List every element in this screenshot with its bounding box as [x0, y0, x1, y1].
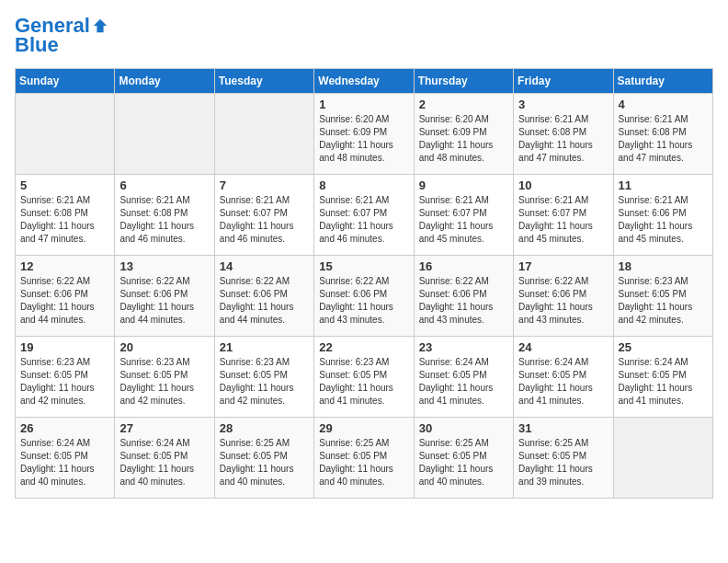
- weekday-header: Wednesday: [314, 69, 414, 94]
- day-info: Sunrise: 6:22 AM Sunset: 6:06 PM Dayligh…: [20, 275, 109, 327]
- calendar-cell: 1Sunrise: 6:20 AM Sunset: 6:09 PM Daylig…: [314, 94, 414, 175]
- calendar-cell: 7Sunrise: 6:21 AM Sunset: 6:07 PM Daylig…: [214, 175, 313, 256]
- day-info: Sunrise: 6:23 AM Sunset: 6:05 PM Dayligh…: [20, 356, 109, 408]
- day-info: Sunrise: 6:23 AM Sunset: 6:05 PM Dayligh…: [220, 356, 309, 408]
- day-number: 10: [518, 178, 608, 192]
- day-info: Sunrise: 6:21 AM Sunset: 6:07 PM Dayligh…: [220, 194, 309, 246]
- day-info: Sunrise: 6:23 AM Sunset: 6:05 PM Dayligh…: [619, 275, 708, 327]
- day-info: Sunrise: 6:22 AM Sunset: 6:06 PM Dayligh…: [419, 275, 508, 327]
- calendar-week-row: 5Sunrise: 6:21 AM Sunset: 6:08 PM Daylig…: [16, 175, 713, 256]
- day-number: 13: [119, 259, 209, 273]
- day-number: 3: [518, 98, 608, 111]
- day-info: Sunrise: 6:21 AM Sunset: 6:06 PM Dayligh…: [619, 194, 708, 246]
- calendar-cell: 28Sunrise: 6:25 AM Sunset: 6:05 PM Dayli…: [214, 418, 313, 499]
- day-info: Sunrise: 6:24 AM Sunset: 6:05 PM Dayligh…: [518, 356, 608, 408]
- day-info: Sunrise: 6:21 AM Sunset: 6:07 PM Dayligh…: [419, 194, 508, 246]
- page-header: General Blue: [15, 15, 713, 57]
- day-info: Sunrise: 6:23 AM Sunset: 6:05 PM Dayligh…: [319, 356, 408, 408]
- calendar-cell: [115, 94, 214, 175]
- day-number: 29: [319, 421, 408, 435]
- calendar-cell: 21Sunrise: 6:23 AM Sunset: 6:05 PM Dayli…: [214, 337, 313, 418]
- calendar-cell: 24Sunrise: 6:24 AM Sunset: 6:05 PM Dayli…: [514, 337, 613, 418]
- weekday-header: Sunday: [16, 69, 115, 94]
- day-number: 21: [220, 340, 309, 354]
- day-number: 12: [20, 259, 109, 273]
- calendar-cell: 25Sunrise: 6:24 AM Sunset: 6:05 PM Dayli…: [613, 337, 712, 418]
- weekday-header: Thursday: [414, 69, 513, 94]
- day-number: 25: [619, 340, 708, 354]
- calendar-body: 1Sunrise: 6:20 AM Sunset: 6:09 PM Daylig…: [16, 94, 713, 499]
- logo-icon: [92, 17, 108, 34]
- day-info: Sunrise: 6:21 AM Sunset: 6:07 PM Dayligh…: [518, 194, 608, 246]
- calendar-cell: 14Sunrise: 6:22 AM Sunset: 6:06 PM Dayli…: [214, 256, 313, 337]
- calendar-cell: [214, 94, 313, 175]
- calendar-cell: 23Sunrise: 6:24 AM Sunset: 6:05 PM Dayli…: [414, 337, 513, 418]
- day-number: 6: [119, 178, 209, 192]
- calendar-cell: 5Sunrise: 6:21 AM Sunset: 6:08 PM Daylig…: [16, 175, 115, 256]
- day-number: 16: [419, 259, 508, 273]
- day-info: Sunrise: 6:21 AM Sunset: 6:08 PM Dayligh…: [119, 194, 209, 246]
- calendar-cell: 15Sunrise: 6:22 AM Sunset: 6:06 PM Dayli…: [314, 256, 414, 337]
- calendar-cell: 18Sunrise: 6:23 AM Sunset: 6:05 PM Dayli…: [613, 256, 712, 337]
- day-info: Sunrise: 6:21 AM Sunset: 6:07 PM Dayligh…: [319, 194, 408, 246]
- calendar-cell: 2Sunrise: 6:20 AM Sunset: 6:09 PM Daylig…: [414, 94, 513, 175]
- day-info: Sunrise: 6:25 AM Sunset: 6:05 PM Dayligh…: [220, 437, 309, 488]
- day-info: Sunrise: 6:22 AM Sunset: 6:06 PM Dayligh…: [319, 275, 408, 327]
- calendar-cell: 10Sunrise: 6:21 AM Sunset: 6:07 PM Dayli…: [514, 175, 613, 256]
- day-info: Sunrise: 6:24 AM Sunset: 6:05 PM Dayligh…: [119, 437, 209, 488]
- calendar-cell: 31Sunrise: 6:25 AM Sunset: 6:05 PM Dayli…: [514, 418, 613, 499]
- calendar-week-row: 19Sunrise: 6:23 AM Sunset: 6:05 PM Dayli…: [16, 337, 713, 418]
- day-info: Sunrise: 6:21 AM Sunset: 6:08 PM Dayligh…: [619, 113, 708, 165]
- day-number: 1: [319, 98, 408, 111]
- calendar-cell: 8Sunrise: 6:21 AM Sunset: 6:07 PM Daylig…: [314, 175, 414, 256]
- weekday-header: Tuesday: [214, 69, 313, 94]
- calendar-cell: 4Sunrise: 6:21 AM Sunset: 6:08 PM Daylig…: [613, 94, 712, 175]
- day-number: 14: [220, 259, 309, 273]
- day-number: 23: [419, 340, 508, 354]
- day-number: 15: [319, 259, 408, 273]
- calendar-week-row: 12Sunrise: 6:22 AM Sunset: 6:06 PM Dayli…: [16, 256, 713, 337]
- day-info: Sunrise: 6:25 AM Sunset: 6:05 PM Dayligh…: [518, 437, 608, 488]
- calendar-cell: 22Sunrise: 6:23 AM Sunset: 6:05 PM Dayli…: [314, 337, 414, 418]
- day-number: 26: [20, 421, 109, 435]
- weekday-header: Monday: [115, 69, 214, 94]
- day-info: Sunrise: 6:22 AM Sunset: 6:06 PM Dayligh…: [119, 275, 209, 327]
- calendar-cell: 26Sunrise: 6:24 AM Sunset: 6:05 PM Dayli…: [16, 418, 115, 499]
- weekday-header: Saturday: [613, 69, 712, 94]
- calendar-week-row: 1Sunrise: 6:20 AM Sunset: 6:09 PM Daylig…: [16, 94, 713, 175]
- day-number: 11: [619, 178, 708, 192]
- day-number: 27: [119, 421, 209, 435]
- calendar-cell: 16Sunrise: 6:22 AM Sunset: 6:06 PM Dayli…: [414, 256, 513, 337]
- calendar-cell: 3Sunrise: 6:21 AM Sunset: 6:08 PM Daylig…: [514, 94, 613, 175]
- day-info: Sunrise: 6:24 AM Sunset: 6:05 PM Dayligh…: [20, 437, 109, 488]
- calendar-cell: 9Sunrise: 6:21 AM Sunset: 6:07 PM Daylig…: [414, 175, 513, 256]
- calendar-cell: 27Sunrise: 6:24 AM Sunset: 6:05 PM Dayli…: [115, 418, 214, 499]
- day-number: 4: [619, 98, 708, 111]
- day-number: 28: [220, 421, 309, 435]
- day-info: Sunrise: 6:22 AM Sunset: 6:06 PM Dayligh…: [220, 275, 309, 327]
- day-number: 19: [20, 340, 109, 354]
- day-number: 20: [119, 340, 209, 354]
- calendar-header: SundayMondayTuesdayWednesdayThursdayFrid…: [16, 69, 713, 94]
- day-number: 24: [518, 340, 608, 354]
- day-info: Sunrise: 6:21 AM Sunset: 6:08 PM Dayligh…: [518, 113, 608, 165]
- calendar-cell: 11Sunrise: 6:21 AM Sunset: 6:06 PM Dayli…: [613, 175, 712, 256]
- day-number: 8: [319, 178, 408, 192]
- svg-marker-0: [94, 19, 107, 32]
- calendar-cell: 12Sunrise: 6:22 AM Sunset: 6:06 PM Dayli…: [16, 256, 115, 337]
- day-number: 5: [20, 178, 109, 192]
- calendar-cell: 20Sunrise: 6:23 AM Sunset: 6:05 PM Dayli…: [115, 337, 214, 418]
- logo: General Blue: [15, 15, 108, 57]
- calendar-week-row: 26Sunrise: 6:24 AM Sunset: 6:05 PM Dayli…: [16, 418, 713, 499]
- calendar-cell: 19Sunrise: 6:23 AM Sunset: 6:05 PM Dayli…: [16, 337, 115, 418]
- weekday-header: Friday: [514, 69, 613, 94]
- day-info: Sunrise: 6:20 AM Sunset: 6:09 PM Dayligh…: [419, 113, 508, 165]
- day-info: Sunrise: 6:24 AM Sunset: 6:05 PM Dayligh…: [619, 356, 708, 408]
- calendar-cell: [613, 418, 712, 499]
- calendar-cell: [16, 94, 115, 175]
- calendar-cell: 6Sunrise: 6:21 AM Sunset: 6:08 PM Daylig…: [115, 175, 214, 256]
- day-info: Sunrise: 6:23 AM Sunset: 6:05 PM Dayligh…: [119, 356, 209, 408]
- day-info: Sunrise: 6:24 AM Sunset: 6:05 PM Dayligh…: [419, 356, 508, 408]
- day-info: Sunrise: 6:25 AM Sunset: 6:05 PM Dayligh…: [419, 437, 508, 488]
- day-info: Sunrise: 6:20 AM Sunset: 6:09 PM Dayligh…: [319, 113, 408, 165]
